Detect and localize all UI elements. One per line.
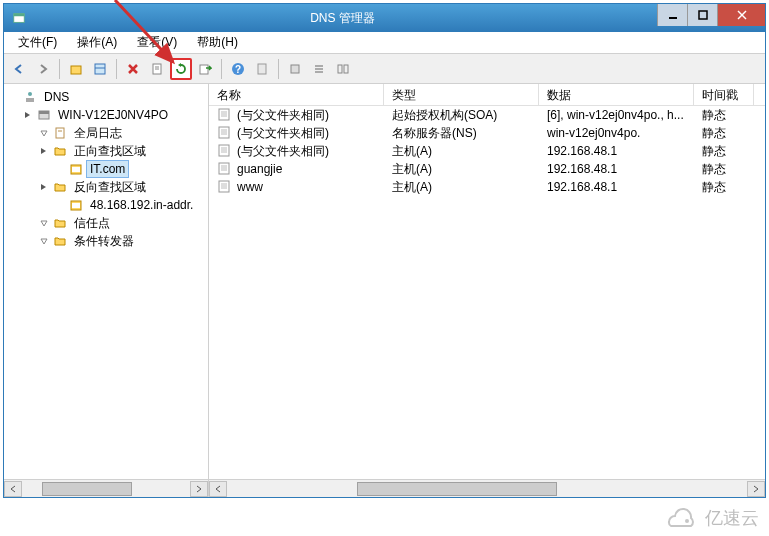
- folder-icon: [52, 215, 68, 231]
- delete-button[interactable]: [122, 58, 144, 80]
- tree-server[interactable]: WIN-V12EJ0NV4PO: [4, 106, 208, 124]
- list-row[interactable]: www主机(A)192.168.48.1静态: [209, 178, 765, 196]
- svg-rect-16: [291, 65, 299, 73]
- toolbar: ?: [4, 54, 765, 84]
- col-name[interactable]: 名称: [209, 84, 384, 105]
- expander-icon[interactable]: [22, 109, 34, 121]
- detail-view-button[interactable]: [332, 58, 354, 80]
- scroll-track[interactable]: [227, 481, 747, 497]
- scroll-left-icon[interactable]: [209, 481, 227, 497]
- new-item-button[interactable]: [284, 58, 306, 80]
- record-type: 起始授权机构(SOA): [384, 107, 539, 124]
- list-row[interactable]: (与父文件夹相同)主机(A)192.168.48.1静态: [209, 142, 765, 160]
- record-name: (与父文件夹相同): [237, 125, 329, 142]
- list-body[interactable]: (与父文件夹相同)起始授权机构(SOA)[6], win-v12ej0nv4po…: [209, 106, 765, 479]
- tree-body[interactable]: DNS WIN-V12EJ0NV4PO 全局日志 正向查找区域: [4, 84, 208, 479]
- col-type[interactable]: 类型: [384, 84, 539, 105]
- help-button[interactable]: ?: [227, 58, 249, 80]
- tree-conditional-forwarders[interactable]: 条件转发器: [4, 232, 208, 250]
- scroll-track[interactable]: [22, 481, 190, 497]
- col-data[interactable]: 数据: [539, 84, 694, 105]
- menu-file[interactable]: 文件(F): [8, 31, 67, 54]
- toolbar-divider: [59, 59, 60, 79]
- list-row[interactable]: (与父文件夹相同)名称服务器(NS)win-v12ej0nv4po.静态: [209, 124, 765, 142]
- app-icon: [10, 9, 28, 27]
- maximize-button[interactable]: [687, 4, 717, 26]
- expander-icon[interactable]: [38, 217, 50, 229]
- col-timestamp[interactable]: 时间戳: [694, 84, 754, 105]
- watermark-logo-icon: [661, 506, 699, 530]
- watermark: 亿速云: [661, 506, 759, 530]
- record-timestamp: 静态: [694, 107, 754, 124]
- record-type: 主机(A): [384, 143, 539, 160]
- svg-rect-26: [56, 128, 64, 138]
- filter-button[interactable]: [251, 58, 273, 80]
- svg-rect-21: [344, 65, 348, 73]
- tree-trust-points[interactable]: 信任点: [4, 214, 208, 232]
- svg-rect-7: [95, 64, 105, 74]
- minimize-button[interactable]: [657, 4, 687, 26]
- tree-zone-itcom[interactable]: IT.com: [4, 160, 208, 178]
- list-row[interactable]: guangjie主机(A)192.168.48.1静态: [209, 160, 765, 178]
- record-icon: [217, 143, 233, 159]
- svg-rect-3: [699, 11, 707, 19]
- record-type: 名称服务器(NS): [384, 125, 539, 142]
- zone-icon: [68, 197, 84, 213]
- toolbar-divider: [278, 59, 279, 79]
- expander-icon[interactable]: [38, 235, 50, 247]
- scroll-left-icon[interactable]: [4, 481, 22, 497]
- scroll-thumb[interactable]: [42, 482, 132, 496]
- svg-rect-15: [258, 64, 266, 74]
- scroll-right-icon[interactable]: [747, 481, 765, 497]
- tree-reverse-zone-item[interactable]: 48.168.192.in-addr.: [4, 196, 208, 214]
- list-view-button[interactable]: [308, 58, 330, 80]
- svg-rect-20: [338, 65, 342, 73]
- svg-rect-6: [71, 66, 81, 74]
- menu-help[interactable]: 帮助(H): [187, 31, 248, 54]
- record-name: guangjie: [237, 162, 282, 176]
- dns-manager-window: DNS 管理器 文件(F) 操作(A) 查看(V) 帮助(H) ?: [3, 3, 766, 498]
- expander-icon[interactable]: [38, 127, 50, 139]
- forward-button[interactable]: [32, 58, 54, 80]
- up-button[interactable]: [65, 58, 87, 80]
- record-type: 主机(A): [384, 179, 539, 196]
- record-timestamp: 静态: [694, 143, 754, 160]
- expander-icon[interactable]: [38, 181, 50, 193]
- record-name: (与父文件夹相同): [237, 107, 329, 124]
- tree-root-dns[interactable]: DNS: [4, 88, 208, 106]
- dns-icon: [22, 89, 38, 105]
- record-type: 主机(A): [384, 161, 539, 178]
- tree-forward-zones[interactable]: 正向查找区域: [4, 142, 208, 160]
- svg-rect-29: [72, 167, 80, 172]
- titlebar: DNS 管理器: [4, 4, 765, 32]
- export-button[interactable]: [194, 58, 216, 80]
- svg-rect-1: [14, 14, 25, 17]
- scroll-thumb[interactable]: [357, 482, 557, 496]
- list-row[interactable]: (与父文件夹相同)起始授权机构(SOA)[6], win-v12ej0nv4po…: [209, 106, 765, 124]
- window-title: DNS 管理器: [28, 10, 657, 27]
- log-icon: [52, 125, 68, 141]
- properties-button[interactable]: [146, 58, 168, 80]
- show-hide-button[interactable]: [89, 58, 111, 80]
- expander-icon[interactable]: [38, 145, 50, 157]
- folder-icon: [52, 143, 68, 159]
- record-data: 192.168.48.1: [539, 180, 694, 194]
- svg-point-53: [685, 519, 689, 523]
- back-button[interactable]: [8, 58, 30, 80]
- close-button[interactable]: [717, 4, 765, 26]
- menubar: 文件(F) 操作(A) 查看(V) 帮助(H): [4, 32, 765, 54]
- refresh-button[interactable]: [170, 58, 192, 80]
- record-timestamp: 静态: [694, 161, 754, 178]
- tree-reverse-zones[interactable]: 反向查找区域: [4, 178, 208, 196]
- tree-global-log[interactable]: 全局日志: [4, 124, 208, 142]
- tree-scrollbar[interactable]: [4, 479, 208, 497]
- menu-action[interactable]: 操作(A): [67, 31, 127, 54]
- scroll-right-icon[interactable]: [190, 481, 208, 497]
- record-name: www: [237, 180, 263, 194]
- record-icon: [217, 179, 233, 195]
- list-scrollbar[interactable]: [209, 479, 765, 497]
- menu-view[interactable]: 查看(V): [127, 31, 187, 54]
- tree-panel: DNS WIN-V12EJ0NV4PO 全局日志 正向查找区域: [4, 84, 209, 497]
- folder-icon: [52, 233, 68, 249]
- toolbar-divider: [116, 59, 117, 79]
